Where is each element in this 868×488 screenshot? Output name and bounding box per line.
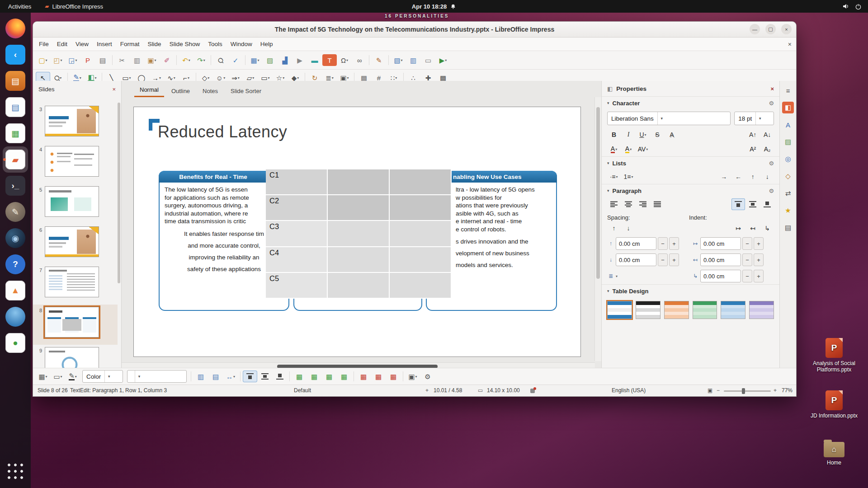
table-cell[interactable] bbox=[390, 195, 452, 221]
strikethrough[interactable]: S bbox=[651, 129, 664, 141]
dock-vscode[interactable]: ‹ bbox=[3, 42, 28, 68]
open-file[interactable]: ◰▾ bbox=[51, 54, 65, 66]
fill-type-select[interactable]: Color▾ bbox=[82, 370, 123, 383]
menu-view[interactable]: View bbox=[71, 39, 93, 49]
select-table[interactable]: ▣▾ bbox=[406, 371, 420, 382]
zoom-out-icon[interactable]: − bbox=[717, 387, 720, 394]
toggle-shadow[interactable]: A bbox=[665, 129, 679, 141]
desktop-home-folder[interactable]: ⌂ Home bbox=[800, 442, 868, 466]
spelling[interactable]: ✓ bbox=[228, 54, 243, 66]
slide-thumbnail-6[interactable]: 6 bbox=[33, 224, 118, 264]
dock-gimp[interactable]: ✎ bbox=[3, 199, 28, 225]
slide-thumbnail-5[interactable]: 5 bbox=[33, 184, 118, 224]
save[interactable]: ◲▾ bbox=[66, 54, 80, 66]
first-line-indent-input[interactable]: 0.00 cm bbox=[700, 270, 741, 282]
slide-page[interactable]: Reduced Latency Benefits for Real - Time… bbox=[133, 107, 581, 357]
edit-canvas[interactable]: Reduced Latency Benefits for Real - Time… bbox=[122, 97, 595, 361]
dropdown-icon[interactable]: ▾ bbox=[657, 112, 666, 125]
insert-media[interactable]: ▶ bbox=[292, 54, 307, 66]
decrease-font-size[interactable]: A↓ bbox=[760, 129, 774, 141]
slide-title[interactable]: Reduced Latency bbox=[158, 122, 287, 141]
decrease-indent[interactable]: ↤ bbox=[746, 222, 760, 234]
insert-hyperlink[interactable]: ∞ bbox=[352, 54, 367, 66]
insert-text-box[interactable]: T bbox=[322, 54, 337, 66]
table-cell[interactable] bbox=[328, 221, 390, 247]
slide-style[interactable]: Default bbox=[294, 387, 311, 394]
insert-row-below[interactable]: ▦ bbox=[307, 371, 321, 382]
section-character[interactable]: ▾ Character ⚙ bbox=[602, 96, 779, 109]
rename-slide[interactable]: ▭ bbox=[421, 54, 435, 66]
table-style-blue[interactable] bbox=[721, 301, 745, 319]
table-cell[interactable] bbox=[328, 195, 390, 221]
after-text-indent-input[interactable]: 0.00 cm bbox=[700, 253, 741, 266]
show-draw-functions[interactable]: ✎ bbox=[372, 54, 386, 66]
window-titlebar[interactable]: The Impact of 5G Technology on the Telec… bbox=[33, 22, 796, 38]
shapes-deck[interactable]: ◇ bbox=[782, 170, 794, 182]
zoom-level[interactable]: 77% bbox=[782, 387, 793, 394]
menu-insert[interactable]: Insert bbox=[93, 39, 116, 49]
view-tab-outline[interactable]: Outline bbox=[166, 84, 195, 97]
dock-libreoffice-writer[interactable]: ▤ bbox=[3, 94, 28, 120]
decrease-button[interactable]: − bbox=[658, 237, 668, 250]
table-style-purple[interactable] bbox=[749, 301, 774, 319]
split-cells[interactable]: ▤ bbox=[208, 371, 223, 382]
animation-deck[interactable]: ★ bbox=[782, 205, 794, 216]
export-pdf[interactable]: P bbox=[80, 54, 95, 66]
table-style-orange[interactable] bbox=[664, 301, 689, 319]
increase-font-size[interactable]: A↑ bbox=[746, 129, 760, 141]
table-cell[interactable]: C2 bbox=[266, 195, 328, 221]
move-up[interactable]: ↑ bbox=[746, 171, 760, 183]
delete-table[interactable]: ▦ bbox=[386, 371, 401, 382]
section-paragraph[interactable]: ▾ Paragraph ⚙ bbox=[602, 184, 779, 197]
table-cell[interactable] bbox=[328, 247, 390, 273]
system-status-menu[interactable] bbox=[842, 3, 862, 10]
close[interactable]: × bbox=[781, 24, 792, 34]
align-center[interactable] bbox=[622, 198, 635, 210]
menu-window[interactable]: Window bbox=[226, 39, 256, 49]
table-cell[interactable]: C3 bbox=[266, 221, 328, 247]
slide-thumbnail-7[interactable]: 7 bbox=[33, 264, 118, 305]
before-text-indent-input[interactable]: 0.00 cm bbox=[700, 237, 741, 250]
decrease-paragraph-spacing[interactable]: ↓ bbox=[622, 222, 635, 234]
demote[interactable]: → bbox=[717, 171, 731, 183]
increase-button[interactable]: + bbox=[754, 237, 764, 250]
more-options-icon[interactable]: ⚙ bbox=[769, 188, 774, 194]
dock-show-applications[interactable] bbox=[3, 458, 28, 484]
dock-terminal[interactable]: ›_ bbox=[3, 173, 28, 199]
ordered-list[interactable]: 1≡▾ bbox=[622, 171, 635, 183]
optimize-size[interactable]: ↔▾ bbox=[223, 371, 238, 382]
dock-steam[interactable]: ◉ bbox=[3, 225, 28, 251]
insert-special-character[interactable]: Ω▾ bbox=[337, 54, 352, 66]
slide-thumbnail-8[interactable]: 8 bbox=[33, 305, 118, 345]
increase-paragraph-spacing[interactable]: ↑ bbox=[607, 222, 621, 234]
desktop-file-analysis[interactable]: P Analysis of Social Platforms.pptx bbox=[800, 338, 868, 373]
align-top[interactable] bbox=[243, 371, 257, 382]
table-cell[interactable] bbox=[390, 273, 452, 299]
table-properties[interactable]: ⚙ bbox=[420, 371, 435, 382]
font-size-combobox[interactable]: 18 pt▾ bbox=[734, 112, 774, 125]
set-character-spacing[interactable]: AV▾ bbox=[636, 143, 650, 155]
maximize[interactable]: ▢ bbox=[765, 24, 776, 34]
vertical-scrollbar-thumb[interactable] bbox=[596, 107, 600, 279]
move-down[interactable]: ↓ bbox=[760, 171, 774, 183]
vertical-scrollbar[interactable] bbox=[594, 97, 601, 361]
dock-text-editor[interactable]: ▤ bbox=[3, 68, 28, 94]
align-right[interactable] bbox=[636, 198, 650, 210]
navigator-deck[interactable]: ◎ bbox=[782, 153, 794, 165]
activities-button[interactable]: Activities bbox=[8, 3, 31, 10]
align-bottom[interactable] bbox=[273, 371, 287, 382]
insert-column-before[interactable]: ▦ bbox=[322, 371, 336, 382]
increase-indent[interactable]: ↦ bbox=[731, 222, 745, 234]
hanging-indent[interactable]: ↳ bbox=[760, 222, 774, 234]
slide-thumbnail-9[interactable]: 9 bbox=[33, 345, 118, 370]
table-cell[interactable] bbox=[390, 169, 452, 195]
section-lists[interactable]: ▾ Lists ⚙ bbox=[602, 156, 779, 169]
underline[interactable]: U▾ bbox=[636, 129, 650, 141]
increase-button[interactable]: + bbox=[669, 237, 679, 250]
slide-transition-deck[interactable]: ⇄ bbox=[782, 188, 794, 199]
redo[interactable]: ↷▾ bbox=[194, 54, 208, 66]
table-cell[interactable] bbox=[328, 169, 390, 195]
unsaved-changes-icon[interactable] bbox=[530, 388, 535, 394]
table-cell[interactable]: C4 bbox=[266, 247, 328, 273]
properties-deck[interactable]: ◧ bbox=[782, 102, 794, 113]
